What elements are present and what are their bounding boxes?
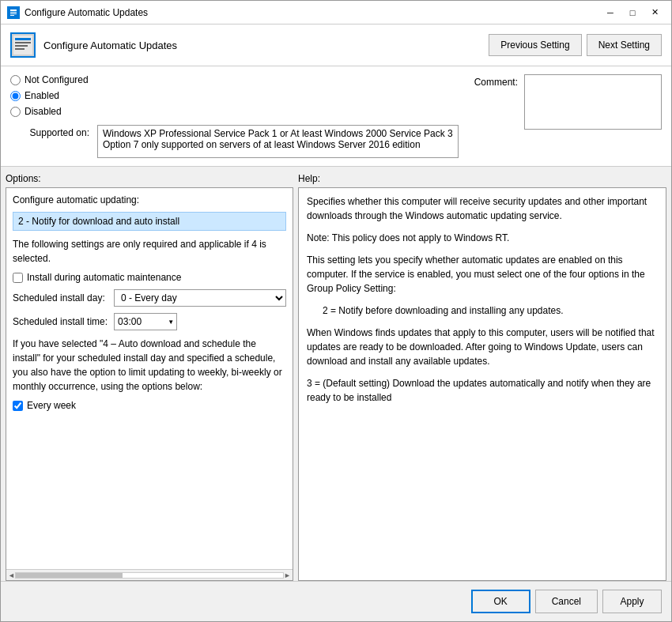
- header-title: Configure Automatic Updates: [43, 40, 489, 51]
- content-area: Configure Automatic Updates Previous Set…: [1, 25, 671, 621]
- scheduled-time-label: Scheduled install time:: [13, 316, 108, 327]
- not-configured-label: Not Configured: [25, 74, 89, 85]
- options-panel: Configure automatic updating: 2 - Notify…: [6, 187, 293, 581]
- dropdown-item[interactable]: 2 - Notify for download and auto install: [13, 212, 286, 231]
- apply-button[interactable]: Apply: [602, 590, 662, 613]
- every-week-input[interactable]: [13, 401, 23, 411]
- svg-rect-4: [10, 15, 14, 16]
- svg-rect-1: [10, 9, 17, 11]
- close-button[interactable]: ✕: [644, 5, 665, 21]
- svg-rect-3: [10, 13, 17, 14]
- next-setting-button[interactable]: Next Setting: [587, 34, 662, 56]
- comment-textarea[interactable]: [524, 74, 662, 130]
- scheduled-time-row: Scheduled install time: 03:00: [13, 313, 286, 330]
- header-buttons: Previous Setting Next Setting: [489, 34, 662, 56]
- enabled-input[interactable]: [10, 91, 21, 101]
- svg-rect-9: [15, 45, 28, 47]
- cancel-button[interactable]: Cancel: [535, 590, 598, 613]
- options-note: The following settings are only required…: [13, 237, 286, 266]
- every-week-label: Every week: [27, 400, 76, 411]
- enabled-radio[interactable]: Enabled: [10, 90, 459, 101]
- maximize-button[interactable]: □: [622, 5, 643, 21]
- long-note-text: If you have selected "4 – Auto download …: [13, 338, 282, 392]
- header-icon: [10, 32, 36, 58]
- help-panel: Specifies whether this computer will rec…: [298, 187, 666, 581]
- header-section: Configure Automatic Updates Previous Set…: [1, 25, 671, 66]
- disabled-radio[interactable]: Disabled: [10, 106, 459, 117]
- svg-rect-8: [15, 42, 31, 43]
- help-para-5: When Windows finds updates that apply to…: [307, 326, 658, 368]
- minimize-button[interactable]: ─: [600, 5, 621, 21]
- svg-rect-2: [10, 12, 17, 13]
- panels-body: Configure automatic updating: 2 - Notify…: [6, 187, 666, 581]
- maintenance-input[interactable]: [13, 273, 23, 283]
- supported-label: Supported on:: [10, 125, 89, 138]
- supported-text-value: Windows XP Professional Service Pack 1 o…: [103, 128, 453, 150]
- maintenance-label: Install during automatic maintenance: [27, 272, 181, 283]
- time-wrapper: 03:00: [114, 313, 177, 330]
- svg-rect-10: [15, 48, 25, 50]
- every-week-checkbox[interactable]: Every week: [13, 400, 286, 411]
- title-bar: Configure Automatic Updates ─ □ ✕: [1, 1, 671, 25]
- window-icon: [7, 6, 20, 19]
- window-title: Configure Automatic Updates: [25, 7, 600, 18]
- radio-group: Not Configured Enabled Disabled: [10, 74, 459, 117]
- scheduled-time-select[interactable]: 03:00: [114, 313, 177, 330]
- maintenance-checkbox[interactable]: Install during automatic maintenance: [13, 272, 286, 283]
- help-para-2: Note: This policy does not apply to Wind…: [307, 231, 658, 245]
- configure-label: Configure automatic updating:: [13, 194, 286, 205]
- note-text: The following settings are only required…: [13, 239, 266, 264]
- window-controls: ─ □ ✕: [600, 5, 665, 21]
- help-para-1: Specifies whether this computer will rec…: [307, 194, 658, 223]
- long-note: If you have selected "4 – Auto download …: [13, 337, 286, 394]
- scheduled-day-select[interactable]: 0 - Every day: [114, 289, 286, 307]
- main-window: Configure Automatic Updates ─ □ ✕ Config…: [0, 0, 672, 622]
- help-scroll[interactable]: Specifies whether this computer will rec…: [299, 188, 666, 580]
- not-configured-input[interactable]: [10, 75, 21, 85]
- supported-row: Supported on: Windows XP Professional Se…: [10, 125, 459, 158]
- help-para-4: 2 = Notify before downloading and instal…: [323, 303, 658, 318]
- disabled-label: Disabled: [25, 106, 62, 117]
- enabled-label: Enabled: [25, 90, 59, 101]
- help-para-6: 3 = (Default setting) Download the updat…: [307, 376, 658, 405]
- ok-button[interactable]: OK: [471, 590, 530, 613]
- main-panels: Options: Help: Configure automatic updat…: [1, 167, 671, 581]
- scheduled-day-label: Scheduled install day:: [13, 292, 108, 303]
- help-header: Help:: [298, 173, 666, 184]
- svg-rect-7: [15, 38, 31, 40]
- previous-setting-button[interactable]: Previous Setting: [489, 34, 581, 56]
- panels-header: Options: Help:: [6, 167, 666, 187]
- hscroll-thumb: [16, 573, 123, 578]
- scheduled-day-row: Scheduled install day: 0 - Every day: [13, 289, 286, 307]
- help-para-3: This setting lets you specify whether au…: [307, 253, 658, 296]
- hscroll-track[interactable]: [15, 572, 284, 579]
- not-configured-radio[interactable]: Not Configured: [10, 74, 459, 85]
- options-scroll[interactable]: Configure automatic updating: 2 - Notify…: [6, 188, 293, 569]
- options-hscrollbar[interactable]: ◄ ►: [6, 569, 293, 580]
- comment-label: Comment:: [474, 74, 518, 88]
- disabled-input[interactable]: [10, 107, 21, 117]
- supported-text: Windows XP Professional Service Pack 1 o…: [97, 125, 459, 158]
- footer: OK Cancel Apply: [1, 581, 671, 621]
- options-header: Options:: [6, 173, 298, 184]
- settings-section: Not Configured Enabled Disabled Supporte…: [1, 66, 671, 167]
